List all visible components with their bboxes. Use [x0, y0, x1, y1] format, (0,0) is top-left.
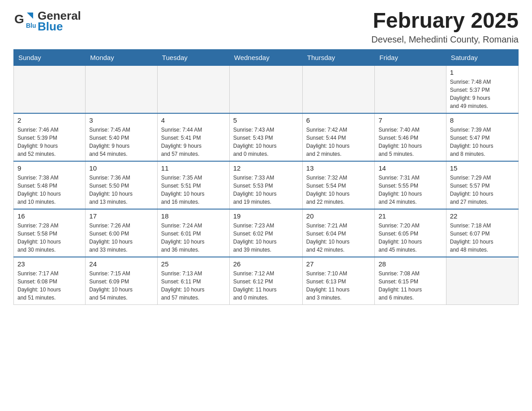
calendar-day-cell: 18Sunrise: 7:24 AM Sunset: 6:01 PM Dayli… [157, 209, 229, 257]
calendar-day-cell [157, 65, 229, 113]
calendar-day-cell: 26Sunrise: 7:12 AM Sunset: 6:12 PM Dayli… [229, 257, 302, 305]
day-number: 18 [161, 212, 226, 220]
calendar-day-cell: 19Sunrise: 7:23 AM Sunset: 6:02 PM Dayli… [229, 209, 302, 257]
calendar-day-cell: 15Sunrise: 7:29 AM Sunset: 5:57 PM Dayli… [446, 161, 518, 209]
day-number: 16 [17, 212, 82, 220]
calendar-day-cell: 14Sunrise: 7:31 AM Sunset: 5:55 PM Dayli… [375, 161, 446, 209]
weekday-header-thursday: Thursday [302, 50, 374, 65]
calendar-day-cell: 23Sunrise: 7:17 AM Sunset: 6:08 PM Dayli… [14, 257, 86, 305]
day-info: Sunrise: 7:10 AM Sunset: 6:13 PM Dayligh… [306, 270, 371, 302]
day-info: Sunrise: 7:12 AM Sunset: 6:12 PM Dayligh… [233, 270, 299, 302]
calendar-day-cell: 6Sunrise: 7:42 AM Sunset: 5:44 PM Daylig… [302, 113, 374, 161]
day-number: 6 [306, 116, 371, 124]
calendar-day-cell: 22Sunrise: 7:18 AM Sunset: 6:07 PM Dayli… [446, 209, 518, 257]
day-info: Sunrise: 7:35 AM Sunset: 5:51 PM Dayligh… [161, 174, 226, 206]
calendar-week-row: 16Sunrise: 7:28 AM Sunset: 5:58 PM Dayli… [14, 209, 519, 257]
day-info: Sunrise: 7:23 AM Sunset: 6:02 PM Dayligh… [233, 222, 299, 254]
weekday-header-sunday: Sunday [14, 50, 86, 65]
calendar-day-cell: 10Sunrise: 7:36 AM Sunset: 5:50 PM Dayli… [86, 161, 158, 209]
month-title: February 2025 [371, 9, 519, 33]
day-info: Sunrise: 7:33 AM Sunset: 5:53 PM Dayligh… [233, 174, 299, 206]
calendar-day-cell: 1Sunrise: 7:48 AM Sunset: 5:37 PM Daylig… [446, 65, 518, 113]
day-number: 11 [161, 164, 226, 172]
day-number: 19 [233, 212, 299, 220]
day-info: Sunrise: 7:38 AM Sunset: 5:48 PM Dayligh… [17, 174, 82, 206]
day-number: 7 [378, 116, 442, 124]
calendar-day-cell [302, 65, 374, 113]
day-number: 24 [89, 260, 154, 268]
day-number: 1 [450, 68, 515, 76]
day-info: Sunrise: 7:21 AM Sunset: 6:04 PM Dayligh… [306, 222, 371, 254]
calendar-day-cell: 3Sunrise: 7:45 AM Sunset: 5:40 PM Daylig… [86, 113, 158, 161]
day-number: 5 [233, 116, 299, 124]
calendar-day-cell: 20Sunrise: 7:21 AM Sunset: 6:04 PM Dayli… [302, 209, 374, 257]
calendar-day-cell [14, 65, 86, 113]
logo-text-block: General Blue [38, 10, 81, 32]
day-number: 21 [378, 212, 442, 220]
day-info: Sunrise: 7:08 AM Sunset: 6:15 PM Dayligh… [378, 270, 442, 302]
day-number: 25 [161, 260, 226, 268]
calendar-day-cell: 16Sunrise: 7:28 AM Sunset: 5:58 PM Dayli… [14, 209, 86, 257]
day-info: Sunrise: 7:42 AM Sunset: 5:44 PM Dayligh… [306, 126, 371, 158]
day-info: Sunrise: 7:48 AM Sunset: 5:37 PM Dayligh… [450, 78, 515, 110]
day-number: 9 [17, 164, 82, 172]
day-info: Sunrise: 7:29 AM Sunset: 5:57 PM Dayligh… [450, 174, 515, 206]
calendar-day-cell [229, 65, 302, 113]
day-info: Sunrise: 7:46 AM Sunset: 5:39 PM Dayligh… [17, 126, 82, 158]
day-number: 17 [89, 212, 154, 220]
calendar-day-cell: 24Sunrise: 7:15 AM Sunset: 6:09 PM Dayli… [86, 257, 158, 305]
day-info: Sunrise: 7:40 AM Sunset: 5:46 PM Dayligh… [378, 126, 442, 158]
page-header: G Blue General Blue February 2025 Devese… [13, 9, 519, 45]
day-info: Sunrise: 7:26 AM Sunset: 6:00 PM Dayligh… [89, 222, 154, 254]
day-info: Sunrise: 7:44 AM Sunset: 5:41 PM Dayligh… [161, 126, 226, 158]
day-info: Sunrise: 7:20 AM Sunset: 6:05 PM Dayligh… [378, 222, 442, 254]
calendar-day-cell: 11Sunrise: 7:35 AM Sunset: 5:51 PM Dayli… [157, 161, 229, 209]
weekday-header-monday: Monday [86, 50, 158, 65]
calendar-day-cell [446, 257, 518, 305]
calendar-week-row: 9Sunrise: 7:38 AM Sunset: 5:48 PM Daylig… [14, 161, 519, 209]
calendar-header-row: SundayMondayTuesdayWednesdayThursdayFrid… [14, 50, 519, 65]
day-info: Sunrise: 7:13 AM Sunset: 6:11 PM Dayligh… [161, 270, 226, 302]
calendar-day-cell: 21Sunrise: 7:20 AM Sunset: 6:05 PM Dayli… [375, 209, 446, 257]
calendar-table: SundayMondayTuesdayWednesdayThursdayFrid… [13, 49, 519, 305]
svg-marker-1 [27, 13, 33, 19]
day-info: Sunrise: 7:17 AM Sunset: 6:08 PM Dayligh… [17, 270, 82, 302]
calendar-day-cell [86, 65, 158, 113]
calendar-day-cell: 13Sunrise: 7:32 AM Sunset: 5:54 PM Dayli… [302, 161, 374, 209]
calendar-day-cell: 7Sunrise: 7:40 AM Sunset: 5:46 PM Daylig… [375, 113, 446, 161]
day-number: 8 [450, 116, 515, 124]
logo: G Blue General Blue [13, 9, 81, 33]
day-number: 26 [233, 260, 299, 268]
day-number: 15 [450, 164, 515, 172]
calendar-day-cell: 2Sunrise: 7:46 AM Sunset: 5:39 PM Daylig… [14, 113, 86, 161]
day-number: 4 [161, 116, 226, 124]
day-info: Sunrise: 7:18 AM Sunset: 6:07 PM Dayligh… [450, 222, 515, 254]
location-subtitle: Devesel, Mehedinti County, Romania [371, 34, 519, 45]
weekday-header-friday: Friday [375, 50, 446, 65]
calendar-day-cell: 8Sunrise: 7:39 AM Sunset: 5:47 PM Daylig… [446, 113, 518, 161]
calendar-day-cell: 12Sunrise: 7:33 AM Sunset: 5:53 PM Dayli… [229, 161, 302, 209]
calendar-day-cell: 4Sunrise: 7:44 AM Sunset: 5:41 PM Daylig… [157, 113, 229, 161]
day-number: 10 [89, 164, 154, 172]
calendar-day-cell: 17Sunrise: 7:26 AM Sunset: 6:00 PM Dayli… [86, 209, 158, 257]
day-number: 13 [306, 164, 371, 172]
calendar-day-cell: 25Sunrise: 7:13 AM Sunset: 6:11 PM Dayli… [157, 257, 229, 305]
day-number: 28 [378, 260, 442, 268]
day-info: Sunrise: 7:28 AM Sunset: 5:58 PM Dayligh… [17, 222, 82, 254]
calendar-week-row: 2Sunrise: 7:46 AM Sunset: 5:39 PM Daylig… [14, 113, 519, 161]
day-info: Sunrise: 7:32 AM Sunset: 5:54 PM Dayligh… [306, 174, 371, 206]
day-number: 12 [233, 164, 299, 172]
day-number: 2 [17, 116, 82, 124]
day-number: 22 [450, 212, 515, 220]
calendar-day-cell: 9Sunrise: 7:38 AM Sunset: 5:48 PM Daylig… [14, 161, 86, 209]
logo-graphic: G Blue [13, 9, 36, 33]
svg-text:G: G [14, 12, 24, 26]
calendar-week-row: 23Sunrise: 7:17 AM Sunset: 6:08 PM Dayli… [14, 257, 519, 305]
day-number: 27 [306, 260, 371, 268]
calendar-week-row: 1Sunrise: 7:48 AM Sunset: 5:37 PM Daylig… [14, 65, 519, 113]
day-info: Sunrise: 7:43 AM Sunset: 5:43 PM Dayligh… [233, 126, 299, 158]
day-info: Sunrise: 7:45 AM Sunset: 5:40 PM Dayligh… [89, 126, 154, 158]
weekday-header-tuesday: Tuesday [157, 50, 229, 65]
day-number: 23 [17, 260, 82, 268]
title-block: February 2025 Devesel, Mehedinti County,… [371, 9, 519, 45]
